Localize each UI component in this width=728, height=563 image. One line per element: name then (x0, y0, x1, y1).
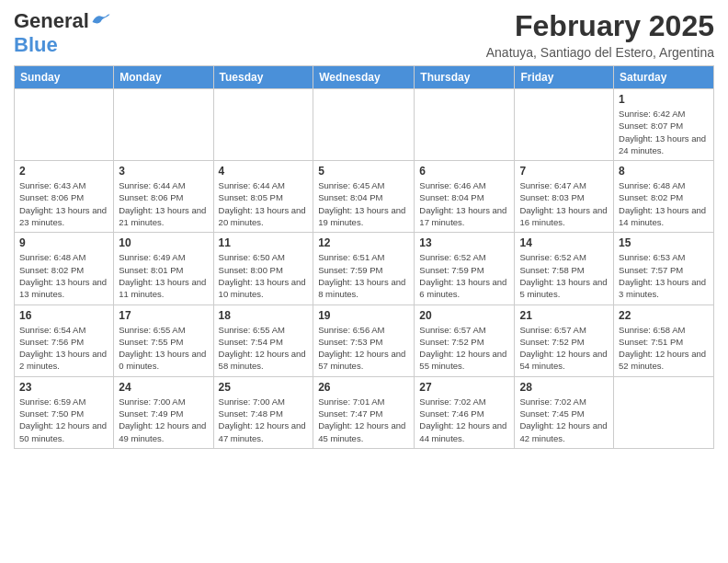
day-number: 27 (419, 381, 509, 394)
calendar-cell: 14Sunrise: 6:52 AM Sunset: 7:58 PM Dayli… (515, 233, 614, 304)
calendar-cell: 17Sunrise: 6:55 AM Sunset: 7:55 PM Dayli… (114, 304, 213, 376)
day-number: 3 (119, 165, 208, 178)
day-info: Sunrise: 7:01 AM Sunset: 7:47 PM Dayligh… (318, 396, 409, 444)
calendar-cell: 7Sunrise: 6:47 AM Sunset: 8:03 PM Daylig… (515, 161, 614, 233)
day-info: Sunrise: 7:02 AM Sunset: 7:45 PM Dayligh… (519, 396, 609, 444)
day-info: Sunrise: 6:55 AM Sunset: 7:55 PM Dayligh… (119, 324, 208, 373)
calendar-cell (114, 89, 213, 161)
day-info: Sunrise: 6:44 AM Sunset: 8:06 PM Dayligh… (119, 179, 208, 228)
weekday-header-thursday: Thursday (415, 66, 515, 89)
day-info: Sunrise: 6:59 AM Sunset: 7:50 PM Dayligh… (19, 396, 108, 444)
calendar-cell: 6Sunrise: 6:46 AM Sunset: 8:04 PM Daylig… (415, 161, 515, 233)
calendar-cell: 15Sunrise: 6:53 AM Sunset: 7:57 PM Dayli… (614, 233, 714, 304)
day-number: 6 (419, 165, 509, 178)
day-number: 25 (219, 381, 309, 394)
calendar-cell: 27Sunrise: 7:02 AM Sunset: 7:46 PM Dayli… (415, 376, 515, 448)
day-info: Sunrise: 6:48 AM Sunset: 8:02 PM Dayligh… (619, 179, 709, 228)
calendar-cell: 12Sunrise: 6:51 AM Sunset: 7:59 PM Dayli… (313, 233, 415, 304)
day-number: 1 (619, 93, 709, 106)
day-number: 9 (19, 236, 108, 249)
day-info: Sunrise: 7:02 AM Sunset: 7:46 PM Dayligh… (419, 396, 509, 444)
day-info: Sunrise: 6:52 AM Sunset: 7:59 PM Dayligh… (419, 251, 509, 300)
weekday-header-row: SundayMondayTuesdayWednesdayThursdayFrid… (15, 66, 714, 89)
calendar-cell: 5Sunrise: 6:45 AM Sunset: 8:04 PM Daylig… (313, 161, 415, 233)
day-info: Sunrise: 6:55 AM Sunset: 7:54 PM Dayligh… (219, 324, 309, 373)
calendar-cell: 4Sunrise: 6:44 AM Sunset: 8:05 PM Daylig… (213, 161, 313, 233)
day-info: Sunrise: 6:44 AM Sunset: 8:05 PM Dayligh… (219, 179, 309, 228)
day-number: 4 (219, 165, 309, 178)
day-number: 15 (619, 236, 709, 249)
day-number: 20 (419, 309, 509, 322)
day-info: Sunrise: 6:45 AM Sunset: 8:04 PM Dayligh… (318, 179, 409, 228)
day-number: 26 (318, 381, 409, 394)
calendar-cell: 25Sunrise: 7:00 AM Sunset: 7:48 PM Dayli… (213, 376, 313, 448)
day-number: 18 (219, 309, 309, 322)
day-number: 12 (318, 236, 409, 249)
calendar-cell: 2Sunrise: 6:43 AM Sunset: 8:06 PM Daylig… (15, 161, 114, 233)
weekday-header-saturday: Saturday (614, 66, 714, 89)
day-number: 28 (519, 381, 609, 394)
day-info: Sunrise: 6:43 AM Sunset: 8:06 PM Dayligh… (19, 179, 108, 228)
calendar-cell: 10Sunrise: 6:49 AM Sunset: 8:01 PM Dayli… (114, 233, 213, 304)
calendar-cell (213, 89, 313, 161)
day-info: Sunrise: 6:53 AM Sunset: 7:57 PM Dayligh… (619, 251, 709, 300)
day-info: Sunrise: 6:48 AM Sunset: 8:02 PM Dayligh… (19, 251, 108, 300)
calendar-cell (614, 376, 714, 448)
day-info: Sunrise: 7:00 AM Sunset: 7:49 PM Dayligh… (119, 396, 208, 444)
weekday-header-sunday: Sunday (15, 66, 114, 89)
day-number: 23 (19, 381, 108, 394)
day-number: 21 (519, 309, 609, 322)
calendar-cell (515, 89, 614, 161)
logo: General Blue (14, 9, 111, 57)
calendar-cell: 20Sunrise: 6:57 AM Sunset: 7:52 PM Dayli… (415, 304, 515, 376)
logo-blue-text: Blue (14, 33, 58, 56)
day-number: 13 (419, 236, 509, 249)
logo-general-text: General (14, 9, 89, 33)
day-number: 16 (19, 309, 108, 322)
weekday-header-wednesday: Wednesday (313, 66, 415, 89)
day-info: Sunrise: 6:50 AM Sunset: 8:00 PM Dayligh… (219, 251, 309, 300)
weekday-header-monday: Monday (114, 66, 213, 89)
weekday-header-tuesday: Tuesday (213, 66, 313, 89)
day-number: 8 (619, 165, 709, 178)
calendar-cell: 28Sunrise: 7:02 AM Sunset: 7:45 PM Dayli… (515, 376, 614, 448)
day-number: 14 (519, 236, 609, 249)
day-info: Sunrise: 6:46 AM Sunset: 8:04 PM Dayligh… (419, 179, 509, 228)
calendar-cell: 11Sunrise: 6:50 AM Sunset: 8:00 PM Dayli… (213, 233, 313, 304)
calendar-cell: 13Sunrise: 6:52 AM Sunset: 7:59 PM Dayli… (415, 233, 515, 304)
weekday-header-friday: Friday (515, 66, 614, 89)
day-info: Sunrise: 6:42 AM Sunset: 8:07 PM Dayligh… (619, 108, 709, 156)
day-info: Sunrise: 6:56 AM Sunset: 7:53 PM Dayligh… (318, 324, 409, 373)
calendar-cell (415, 89, 515, 161)
page-container: General Blue February 2025 Anatuya, Sant… (0, 0, 728, 458)
calendar-cell: 8Sunrise: 6:48 AM Sunset: 8:02 PM Daylig… (614, 161, 714, 233)
calendar-cell: 1Sunrise: 6:42 AM Sunset: 8:07 PM Daylig… (614, 89, 714, 161)
day-info: Sunrise: 6:54 AM Sunset: 7:56 PM Dayligh… (19, 324, 108, 373)
day-number: 5 (318, 165, 409, 178)
location-text: Anatuya, Santiago del Estero, Argentina (486, 45, 714, 60)
calendar-cell: 24Sunrise: 7:00 AM Sunset: 7:49 PM Dayli… (114, 376, 213, 448)
day-number: 10 (119, 236, 208, 249)
calendar-cell (313, 89, 415, 161)
day-number: 24 (119, 381, 208, 394)
day-info: Sunrise: 7:00 AM Sunset: 7:48 PM Dayligh… (219, 396, 309, 444)
day-number: 22 (619, 309, 709, 322)
calendar-week-1: 1Sunrise: 6:42 AM Sunset: 8:07 PM Daylig… (15, 89, 714, 161)
calendar-week-2: 2Sunrise: 6:43 AM Sunset: 8:06 PM Daylig… (15, 161, 714, 233)
day-info: Sunrise: 6:47 AM Sunset: 8:03 PM Dayligh… (519, 179, 609, 228)
day-number: 19 (318, 309, 409, 322)
logo-bird-icon (91, 12, 111, 30)
calendar-cell (15, 89, 114, 161)
calendar-week-3: 9Sunrise: 6:48 AM Sunset: 8:02 PM Daylig… (15, 233, 714, 304)
calendar-cell: 26Sunrise: 7:01 AM Sunset: 7:47 PM Dayli… (313, 376, 415, 448)
calendar-cell: 22Sunrise: 6:58 AM Sunset: 7:51 PM Dayli… (614, 304, 714, 376)
day-number: 11 (219, 236, 309, 249)
day-info: Sunrise: 6:57 AM Sunset: 7:52 PM Dayligh… (419, 324, 509, 373)
day-number: 2 (19, 165, 108, 178)
header: General Blue February 2025 Anatuya, Sant… (14, 9, 714, 60)
day-info: Sunrise: 6:57 AM Sunset: 7:52 PM Dayligh… (519, 324, 609, 373)
calendar-cell: 3Sunrise: 6:44 AM Sunset: 8:06 PM Daylig… (114, 161, 213, 233)
day-info: Sunrise: 6:58 AM Sunset: 7:51 PM Dayligh… (619, 324, 709, 373)
calendar-week-5: 23Sunrise: 6:59 AM Sunset: 7:50 PM Dayli… (15, 376, 714, 448)
calendar-cell: 23Sunrise: 6:59 AM Sunset: 7:50 PM Dayli… (15, 376, 114, 448)
